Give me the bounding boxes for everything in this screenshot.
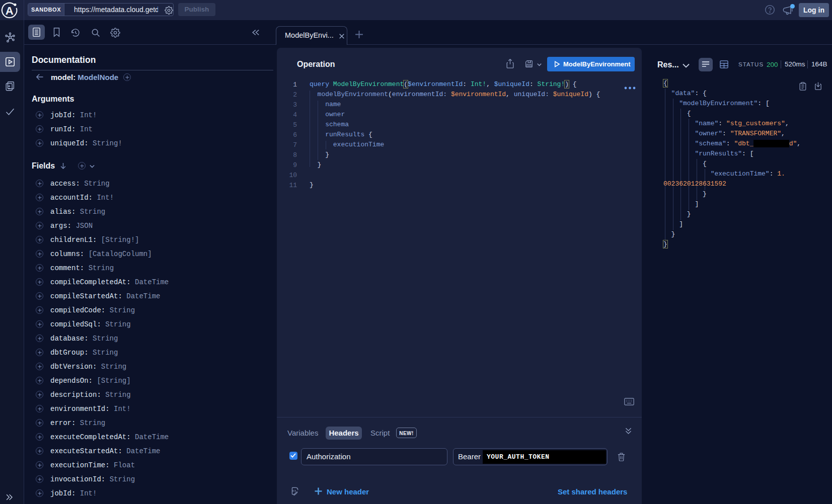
svg-text:A: A bbox=[6, 5, 14, 17]
